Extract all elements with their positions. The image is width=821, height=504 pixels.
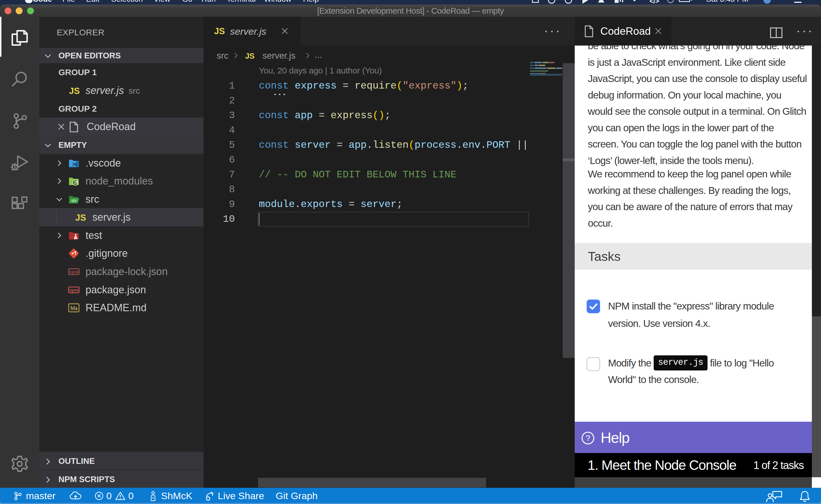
svg-text:JS: JS <box>74 181 78 185</box>
svg-text:M: M <box>70 305 75 311</box>
svg-text:npm: npm <box>69 288 78 292</box>
svg-text:npm: npm <box>69 269 78 274</box>
svg-text:?: ? <box>585 433 590 443</box>
